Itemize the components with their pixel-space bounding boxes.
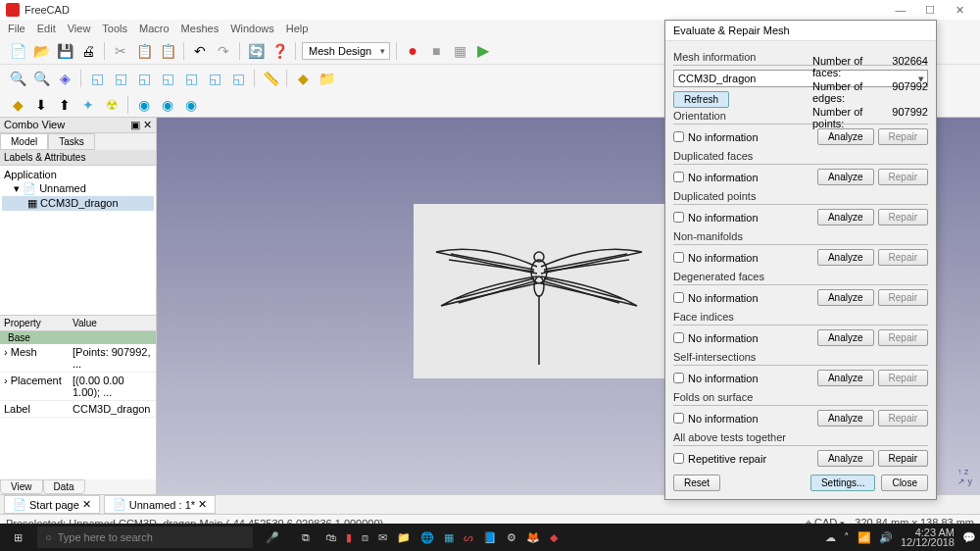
- axis-widget[interactable]: [957, 467, 972, 486]
- analyze-button[interactable]: Analyze: [817, 128, 874, 145]
- new-icon[interactable]: 📄: [8, 41, 27, 61]
- view-bottom-icon[interactable]: ◱: [205, 69, 224, 88]
- trim-mesh-icon[interactable]: ◉: [181, 95, 201, 115]
- analyze-button[interactable]: Analyze: [817, 169, 874, 185]
- close-button[interactable]: ✕: [945, 4, 974, 17]
- section-checkbox[interactable]: [673, 332, 684, 343]
- steam-icon[interactable]: ⚙: [507, 531, 516, 544]
- view-left-icon[interactable]: ◱: [228, 69, 248, 88]
- tray-network-icon[interactable]: 📶: [858, 531, 871, 544]
- fit-selection-icon[interactable]: 🔍: [31, 69, 51, 88]
- redo-icon[interactable]: ↷: [214, 41, 233, 61]
- reset-button[interactable]: Reset: [673, 475, 720, 491]
- analyze-button[interactable]: Analyze: [817, 289, 874, 306]
- undo-icon[interactable]: ↶: [190, 41, 210, 61]
- freecad-task-icon[interactable]: ◆: [550, 531, 558, 544]
- paste-icon[interactable]: 📋: [158, 41, 177, 61]
- repair-button[interactable]: Repair: [878, 249, 928, 266]
- section-checkbox[interactable]: [673, 172, 684, 182]
- section-checkbox[interactable]: [673, 373, 684, 383]
- group-icon[interactable]: 📁: [317, 69, 336, 88]
- workbench-dropdown[interactable]: Mesh Design: [302, 42, 390, 60]
- close-icon[interactable]: ✕: [82, 498, 91, 511]
- close-dialog-button[interactable]: Close: [881, 475, 928, 491]
- tray-up-icon[interactable]: ˄: [844, 531, 850, 544]
- part-icon[interactable]: ◆: [293, 69, 313, 88]
- boolean-icon[interactable]: ◉: [134, 95, 154, 115]
- notifications-icon[interactable]: 💬: [962, 531, 976, 544]
- tree-app[interactable]: Application: [2, 168, 154, 181]
- repetitive-checkbox[interactable]: [673, 453, 684, 464]
- cut-icon[interactable]: ✂: [111, 41, 130, 61]
- run-macro-icon[interactable]: ▶: [473, 41, 493, 61]
- settings-button[interactable]: Settings...: [810, 475, 875, 491]
- app-icon[interactable]: ▮: [346, 531, 352, 544]
- btab-data[interactable]: Data: [43, 479, 85, 494]
- view-rear-icon[interactable]: ◱: [181, 69, 201, 88]
- close-icon[interactable]: ✕: [198, 498, 207, 511]
- section-checkbox[interactable]: [673, 131, 684, 142]
- taskview-icon[interactable]: ⧉: [292, 524, 319, 551]
- maximize-button[interactable]: ☐: [915, 4, 945, 17]
- doc-tab-unnamed[interactable]: 📄Unnamed : 1* ✕: [104, 495, 216, 514]
- whatsthis-icon[interactable]: ❓: [270, 41, 289, 61]
- tab-tasks[interactable]: Tasks: [48, 133, 95, 150]
- tray-volume-icon[interactable]: 🔊: [879, 531, 893, 544]
- measure-icon[interactable]: 📏: [261, 69, 280, 88]
- view-top-icon[interactable]: ◱: [134, 69, 154, 88]
- repair-button[interactable]: Repair: [878, 128, 928, 145]
- view-iso-icon[interactable]: ◱: [87, 69, 107, 88]
- app4-icon[interactable]: 📘: [483, 531, 497, 544]
- app3-icon[interactable]: ᔕ: [464, 531, 473, 544]
- section-checkbox[interactable]: [673, 413, 684, 424]
- menu-file[interactable]: File: [8, 23, 25, 34]
- print-icon[interactable]: 🖨: [78, 41, 98, 61]
- menu-edit[interactable]: Edit: [37, 23, 56, 34]
- repair-button[interactable]: Repair: [878, 289, 928, 306]
- stop-macro-icon[interactable]: ■: [426, 41, 446, 61]
- analyze-all-button[interactable]: Analyze: [817, 450, 874, 467]
- mic-icon[interactable]: 🎤: [259, 524, 286, 551]
- section-checkbox[interactable]: [673, 292, 684, 303]
- refresh-icon[interactable]: 🔄: [246, 41, 266, 61]
- menu-meshes[interactable]: Meshes: [181, 23, 220, 34]
- analyze-button[interactable]: Analyze: [817, 249, 874, 266]
- menu-windows[interactable]: Windows: [230, 23, 274, 34]
- repair-all-button[interactable]: Repair: [878, 450, 928, 467]
- fit-all-icon[interactable]: 🔍: [8, 69, 27, 88]
- analyze-button[interactable]: Analyze: [817, 410, 874, 426]
- firefox-icon[interactable]: 🦊: [526, 531, 540, 544]
- analyze-button[interactable]: Analyze: [817, 329, 874, 346]
- btab-view[interactable]: View: [0, 479, 43, 494]
- panel-controls[interactable]: ▣ ✕: [130, 119, 152, 131]
- section-checkbox[interactable]: [673, 212, 684, 223]
- view-front-icon[interactable]: ◱: [111, 69, 130, 88]
- section-checkbox[interactable]: [673, 252, 684, 263]
- repair-button[interactable]: Repair: [878, 410, 928, 426]
- macros-icon[interactable]: ▦: [450, 41, 469, 61]
- minimize-button[interactable]: —: [886, 4, 915, 16]
- export-mesh-icon[interactable]: ⬇: [31, 95, 51, 115]
- repair-button[interactable]: Repair: [878, 209, 928, 225]
- dropbox-icon[interactable]: ⧈: [362, 531, 368, 544]
- analyze-button[interactable]: Analyze: [817, 370, 874, 386]
- mesh-from-shape-icon[interactable]: ⬆: [55, 95, 74, 115]
- import-mesh-icon[interactable]: ◆: [8, 95, 27, 115]
- menu-help[interactable]: Help: [286, 23, 309, 34]
- repair-button[interactable]: Repair: [878, 169, 928, 185]
- regular-solid-icon[interactable]: ✦: [78, 95, 98, 115]
- taskbar-search[interactable]: ○ Type here to search: [37, 526, 253, 548]
- start-button[interactable]: ⊞: [4, 524, 31, 551]
- menu-macro[interactable]: Macro: [139, 23, 170, 34]
- draw-style-icon[interactable]: ◈: [55, 69, 74, 88]
- menu-view[interactable]: View: [68, 23, 91, 34]
- copy-icon[interactable]: 📋: [134, 41, 154, 61]
- cut-mesh-icon[interactable]: ◉: [158, 95, 177, 115]
- taskbar-clock[interactable]: 4:23 AM12/12/2018: [901, 527, 955, 547]
- app2-icon[interactable]: ▦: [444, 531, 454, 544]
- doc-tab-start[interactable]: 📄Start page ✕: [4, 495, 100, 514]
- tab-model[interactable]: Model: [0, 133, 48, 150]
- tree-mesh-object[interactable]: ▦ CCM3D_dragon: [2, 196, 154, 211]
- explorer-icon[interactable]: 📁: [397, 531, 411, 544]
- mail-icon[interactable]: ✉: [378, 531, 387, 544]
